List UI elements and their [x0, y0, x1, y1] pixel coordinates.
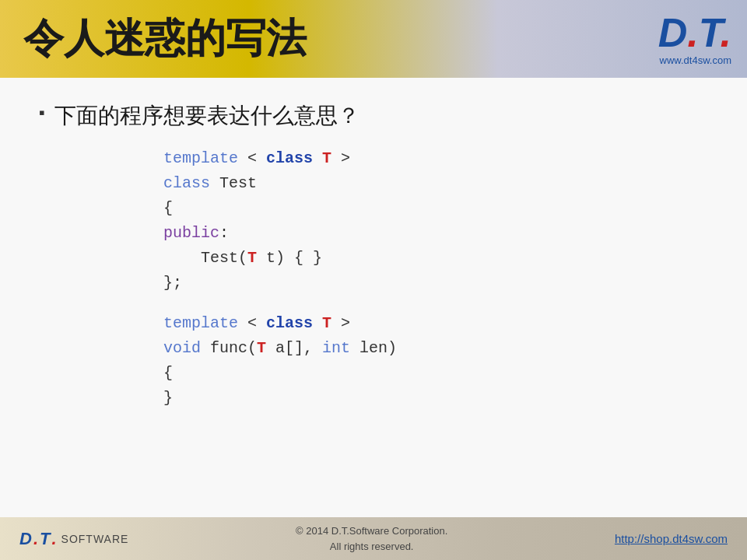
footer-logo-sw: SOFTWARE — [61, 533, 129, 545]
bullet-icon: ▪ — [39, 103, 45, 123]
logo-d: D — [658, 10, 688, 55]
code-line-2-1: template < class T > — [163, 311, 708, 336]
code-line-2-3: { — [163, 361, 708, 386]
slide-footer: D.T.SOFTWARE © 2014 D.T.Software Corpora… — [0, 517, 747, 560]
code-block-1: template < class T > class Test { public… — [163, 146, 708, 411]
header-logo: D.T. www.dt4sw.com — [658, 12, 731, 66]
kw-int: int — [322, 339, 350, 357]
footer-logo-dot1: . — [33, 529, 38, 549]
close-brace-1: }; — [163, 274, 182, 292]
code-line-2-2: void func(T a[], int len) — [163, 336, 708, 361]
logo-dot2: . — [721, 10, 731, 55]
footer-logo-d: D — [19, 529, 32, 549]
logo-text: D.T. — [658, 12, 731, 53]
code-gt-1: > — [331, 149, 350, 167]
kw-void: void — [163, 339, 201, 357]
close-brace-2: } — [163, 389, 173, 407]
main-content: ▪ 下面的程序想要表达什么意思？ template < class T > cl… — [0, 78, 747, 517]
kw-class-1: class — [266, 149, 313, 167]
logo-t: T — [699, 10, 721, 55]
logo-dot1: . — [687, 10, 698, 55]
constructor-rest: t) { } — [257, 249, 322, 267]
constructor-name: Test( — [163, 249, 247, 267]
code-lt-1: < — [238, 149, 266, 167]
code-line-1-2: class Test — [163, 171, 708, 196]
code-line-1-3: { — [163, 196, 708, 221]
slide: 令人迷惑的写法 D.T. www.dt4sw.com ▪ 下面的程序想要表达什么… — [0, 0, 747, 560]
footer-logo-dot2: . — [51, 529, 56, 549]
bullet-text: 下面的程序想要表达什么意思？ — [54, 101, 359, 131]
len-param: len) — [350, 339, 397, 357]
kw-public: public — [163, 224, 219, 242]
kw-template-1: template — [163, 149, 238, 167]
footer-copyright: © 2014 D.T.Software Corporation. All rig… — [296, 523, 447, 554]
open-brace-1: { — [163, 199, 173, 217]
kw-T-param: T — [247, 249, 257, 267]
code-line-1-5: Test(T t) { } — [163, 246, 708, 271]
class-name: Test — [210, 174, 257, 192]
open-brace-2: { — [163, 364, 173, 382]
kw-T-arr: T — [257, 339, 266, 357]
arr-param: a[], — [266, 339, 322, 357]
kw-T-1: T — [313, 149, 331, 167]
code-spacer-1 — [163, 296, 708, 311]
slide-header: 令人迷惑的写法 D.T. www.dt4sw.com — [0, 0, 747, 78]
footer-logo-t: T — [40, 529, 50, 549]
slide-title: 令人迷惑的写法 — [23, 12, 307, 66]
code-line-1-1: template < class T > — [163, 146, 708, 171]
copyright-line2: All rights reserved. — [296, 539, 447, 555]
colon-1: : — [219, 224, 229, 242]
footer-logo: D.T.SOFTWARE — [19, 529, 128, 549]
copyright-line1: © 2014 D.T.Software Corporation. — [296, 523, 447, 539]
footer-website-link[interactable]: http://shop.dt4sw.com — [615, 532, 728, 545]
kw-class-2: class — [266, 314, 313, 332]
code-line-1-4: public: — [163, 221, 708, 246]
bullet-section: ▪ 下面的程序想要表达什么意思？ — [39, 101, 708, 131]
code-gt-2: > — [331, 314, 350, 332]
func-name: func( — [201, 339, 257, 357]
kw-template-2: template — [163, 314, 238, 332]
code-line-2-5: } — [163, 386, 708, 411]
code-lt-2: < — [238, 314, 266, 332]
logo-url: www.dt4sw.com — [660, 54, 731, 66]
kw-class-decl: class — [163, 174, 210, 192]
kw-T-2: T — [313, 314, 331, 332]
code-line-1-6: }; — [163, 271, 708, 296]
